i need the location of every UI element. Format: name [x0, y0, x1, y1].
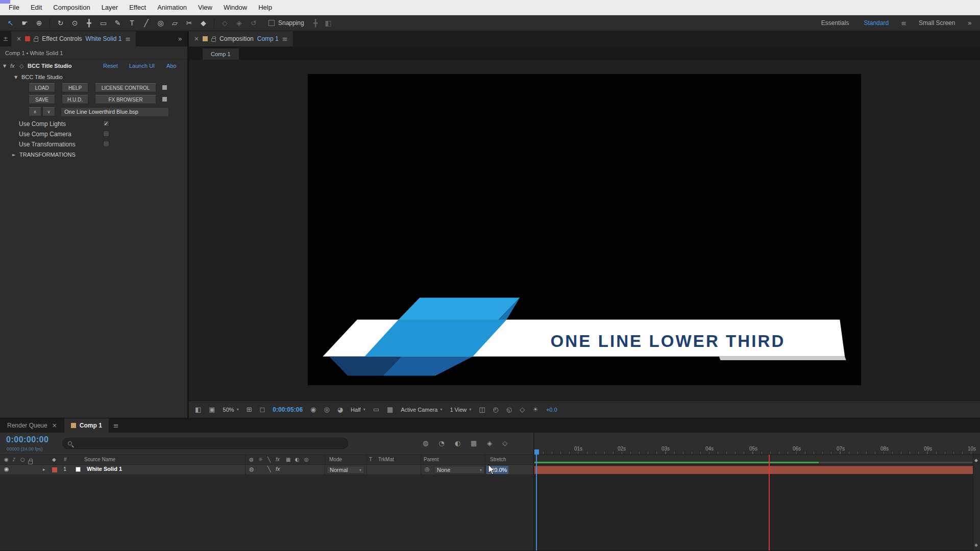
effect-name[interactable]: BCC Title Studio	[28, 63, 72, 69]
layer-eye-toggle[interactable]: ◉	[4, 466, 9, 472]
shape-tool-icon[interactable]: ▭	[97, 17, 110, 29]
axis-mode-icon[interactable]: ◇	[218, 17, 231, 29]
timeline-search-input[interactable]	[62, 438, 348, 449]
label-column-icon[interactable]: ◆	[52, 457, 56, 462]
panel-menu-icon[interactable]: ≡	[282, 35, 288, 43]
camera-tool-icon[interactable]: ⊙	[68, 17, 81, 29]
toolbar-overflow-icon[interactable]: »	[963, 19, 976, 27]
about-link[interactable]: Abo	[166, 63, 177, 69]
audio-column-icon[interactable]: ♪	[12, 457, 15, 462]
draft-3d-icon[interactable]: ◔	[438, 439, 444, 447]
view-layout-select[interactable]: 1 View ▾	[450, 407, 471, 413]
time-ruler[interactable]: 01s 02s 03s 04s 05s 06s 07s 08s 09s 10s	[534, 433, 980, 455]
twirl-down-icon[interactable]: ▼	[14, 75, 17, 80]
pan-behind-tool-icon[interactable]: ╋	[83, 17, 95, 29]
preset-prev-button[interactable]: ∧	[29, 107, 41, 116]
fast-previews-icon[interactable]: ◴	[493, 406, 499, 413]
current-time-indicator-line[interactable]	[536, 455, 537, 550]
panel-overflow-icon[interactable]: »	[173, 31, 187, 46]
hand-tool-icon[interactable]: ☛	[18, 17, 31, 29]
grid-guides-icon[interactable]: ⊞	[247, 406, 252, 413]
layer-label-swatch[interactable]	[52, 467, 57, 472]
layer-duration-bar[interactable]	[534, 466, 980, 474]
layer-source-name[interactable]: White Solid 1	[87, 466, 122, 472]
launch-ui-link[interactable]: Launch UI	[129, 63, 155, 69]
menu-window[interactable]: Window	[218, 4, 253, 11]
transparency-grid-icon[interactable]: ▦	[387, 406, 393, 413]
save-button[interactable]: SAVE	[29, 95, 55, 104]
stretch-column-header[interactable]: Stretch	[490, 457, 506, 462]
menu-layer[interactable]: Layer	[96, 4, 124, 11]
tab-composition[interactable]: × Composition Comp 1 ≡	[189, 31, 293, 46]
pen-tool-icon[interactable]: ✎	[111, 17, 124, 29]
tab-render-queue[interactable]: Render Queue ×	[0, 418, 64, 433]
workspace-menu-icon[interactable]: ≡	[897, 19, 911, 27]
layer-quality-switch[interactable]: ╲	[267, 466, 271, 472]
layer-twirl-icon[interactable]: ▸	[43, 467, 45, 472]
close-icon[interactable]: ×	[16, 35, 21, 42]
timeline-zoom-icon[interactable]: ◈	[974, 542, 978, 547]
use-comp-lights-checkbox[interactable]: ✓	[103, 120, 109, 127]
license-control-button[interactable]: LICENSE CONTROL	[95, 83, 156, 92]
exposure-icon[interactable]: ☀	[532, 406, 538, 413]
parent-select[interactable]: None ▾	[434, 466, 485, 474]
show-snapshot-icon[interactable]: ◎	[324, 406, 329, 413]
frame-blend-switch-icon[interactable]: ▦	[286, 457, 290, 462]
shy-switch-icon[interactable]: ◍	[249, 457, 254, 462]
workspace-small-screen[interactable]: Small Screen	[912, 19, 962, 27]
workspace-essentials[interactable]: Essentials	[815, 19, 856, 27]
panel-dock-icon[interactable]: ±	[0, 31, 11, 46]
always-preview-icon[interactable]: ◧	[195, 406, 201, 413]
use-transformations-checkbox[interactable]	[103, 141, 109, 147]
magnification-select[interactable]: 50% ▾	[223, 407, 239, 413]
index-column-header[interactable]: #	[64, 457, 67, 462]
menu-edit[interactable]: Edit	[25, 4, 47, 11]
minimap-icon[interactable]: ◍	[423, 439, 428, 447]
frame-blend-icon[interactable]: ▦	[471, 439, 477, 447]
brush-tool-icon[interactable]: ╱	[140, 17, 153, 29]
eye-column-icon[interactable]: ◉	[4, 457, 9, 462]
source-name-column-header[interactable]: Source Name	[84, 457, 115, 462]
exposure-value[interactable]: +0.0	[546, 407, 557, 413]
mode-column-header[interactable]: Mode	[329, 457, 342, 462]
snap-to-edges-icon[interactable]: ╋	[309, 17, 322, 29]
preset-next-button[interactable]: ∨	[42, 107, 55, 116]
trkmat-column-header[interactable]: TrkMat	[378, 457, 394, 462]
comp-strip-tab[interactable]: Comp 1	[203, 48, 239, 60]
layer-shy-switch[interactable]: ◍	[249, 466, 254, 472]
lock-icon[interactable]	[211, 38, 216, 42]
fx-badge-icon[interactable]: fx	[10, 63, 15, 69]
menu-animation[interactable]: Animation	[152, 4, 192, 11]
lock-column-icon[interactable]	[28, 461, 33, 464]
snapshot-icon[interactable]: ◉	[310, 406, 316, 413]
adjustment-switch-icon[interactable]: ◎	[304, 457, 309, 462]
menu-composition[interactable]: Composition	[47, 4, 95, 11]
axis-mode-icon[interactable]: ↺	[247, 17, 260, 29]
timeline-button-icon[interactable]: ◵	[506, 406, 512, 413]
layer-row-1[interactable]: ◉ ▸ 1 White Solid 1 ◍ ╲ fx Normal ▾ ◎ No…	[0, 465, 533, 475]
roto-brush-tool-icon[interactable]: ✂	[183, 17, 195, 29]
help-button[interactable]: HELP	[62, 83, 88, 92]
twirl-down-icon[interactable]: ▼	[3, 64, 6, 68]
eraser-tool-icon[interactable]: ▱	[168, 17, 181, 29]
type-tool-icon[interactable]: T	[126, 17, 138, 29]
menu-help[interactable]: Help	[253, 4, 278, 11]
composition-canvas[interactable]: ONE LINE LOWER THIRD	[308, 74, 861, 385]
layer-list-empty-area[interactable]	[0, 475, 533, 550]
current-time-display[interactable]: 0:00:00:00	[6, 435, 48, 444]
region-of-interest-icon[interactable]: ▭	[373, 406, 379, 413]
snap-to-features-icon[interactable]: ◧	[322, 17, 335, 29]
fx-browser-button[interactable]: FX BROWSER	[95, 95, 156, 104]
current-time-indicator-handle[interactable]	[534, 449, 539, 455]
pixel-aspect-icon[interactable]: ◫	[479, 406, 485, 413]
menu-view[interactable]: View	[192, 4, 218, 11]
resolution-select[interactable]: Half ▾	[351, 407, 365, 413]
fx-switch-icon[interactable]: fx	[276, 457, 280, 462]
clone-stamp-tool-icon[interactable]: ◎	[154, 17, 167, 29]
selection-tool-icon[interactable]: ↖	[4, 17, 17, 29]
solo-column-icon[interactable]: ○	[20, 457, 25, 462]
panel-menu-icon[interactable]: ≡	[109, 418, 124, 433]
puppet-pin-tool-icon[interactable]: ◆	[197, 17, 210, 29]
collapse-switch-icon[interactable]: ☼	[258, 457, 263, 462]
parent-column-header[interactable]: Parent	[424, 457, 438, 462]
